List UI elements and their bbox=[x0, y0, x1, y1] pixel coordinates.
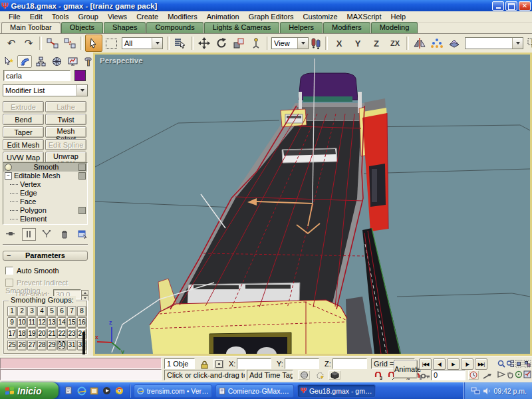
mirror-icon[interactable] bbox=[411, 35, 428, 52]
pan-icon[interactable] bbox=[505, 369, 514, 380]
hierarchy-tab-icon[interactable] bbox=[33, 55, 48, 68]
modifier-button[interactable]: UVW Map bbox=[3, 152, 44, 163]
menu-item[interactable]: Create bbox=[132, 12, 163, 21]
select-by-name-icon[interactable] bbox=[172, 35, 189, 52]
stack-item-editable-mesh[interactable]: − Editable Mesh bbox=[3, 172, 87, 180]
smoothing-group-button[interactable]: 31 bbox=[67, 340, 76, 350]
smoothing-group-button[interactable]: 30 bbox=[57, 340, 66, 350]
stack-item-smooth[interactable]: Smooth bbox=[3, 163, 87, 172]
toolbar-tab[interactable]: Modeling bbox=[371, 22, 418, 33]
smoothing-group-button[interactable]: 8 bbox=[77, 306, 86, 317]
dropdown-arrow-icon[interactable] bbox=[152, 38, 162, 49]
smoothing-group-button[interactable]: 5 bbox=[47, 306, 57, 317]
smoothing-group-button[interactable]: 19 bbox=[27, 329, 37, 339]
rotate-icon[interactable] bbox=[213, 35, 230, 52]
z-coordinate-field[interactable] bbox=[332, 358, 367, 369]
smoothing-group-button[interactable]: 15 bbox=[67, 317, 76, 328]
restrict-x-button[interactable]: X bbox=[330, 35, 348, 52]
menu-item[interactable]: Views bbox=[103, 12, 132, 21]
show-end-result-icon[interactable] bbox=[22, 228, 36, 241]
y-coordinate-field[interactable] bbox=[285, 358, 319, 369]
smoothing-group-button[interactable]: 3 bbox=[27, 306, 37, 317]
make-unique-icon[interactable] bbox=[40, 228, 54, 241]
crossing-selection-icon[interactable] bbox=[313, 370, 327, 382]
menu-item[interactable]: MAXScript bbox=[342, 12, 386, 21]
smoothing-group-button[interactable]: 22 bbox=[57, 329, 66, 339]
network-icon[interactable] bbox=[471, 387, 480, 395]
toolbar-tab[interactable]: Modifiers bbox=[323, 22, 370, 33]
modifier-button[interactable]: Edit Mesh bbox=[3, 139, 44, 150]
dropdown-arrow-icon[interactable] bbox=[297, 38, 308, 49]
configure-modifier-sets-icon[interactable] bbox=[75, 228, 89, 241]
smoothing-group-button[interactable]: 13 bbox=[47, 317, 57, 328]
menu-item[interactable]: Tools bbox=[47, 12, 74, 21]
smoothing-group-button[interactable]: 1 bbox=[7, 306, 17, 317]
toolbar-tab[interactable]: Main Toolbar bbox=[1, 22, 61, 33]
redo-icon[interactable]: ↷ bbox=[20, 35, 37, 52]
select-region-icon[interactable] bbox=[102, 35, 120, 52]
remove-modifier-icon[interactable] bbox=[57, 228, 71, 241]
checkbox-icon[interactable] bbox=[5, 267, 13, 275]
manipulate-icon[interactable] bbox=[247, 35, 265, 52]
outlook-icon[interactable] bbox=[89, 386, 99, 396]
menu-item[interactable]: Graph Editors bbox=[244, 12, 299, 21]
smoothing-group-button[interactable]: 7 bbox=[67, 306, 76, 317]
move-icon[interactable] bbox=[196, 35, 213, 52]
smoothing-group-button[interactable]: 9 bbox=[7, 317, 17, 328]
smoothing-group-button[interactable]: 29 bbox=[47, 340, 57, 350]
panel-scrollbar[interactable] bbox=[82, 332, 85, 354]
toolbar-tab[interactable]: Helpers bbox=[280, 22, 323, 33]
perspective-viewport[interactable]: z x y Perspective bbox=[93, 53, 532, 356]
array-icon[interactable] bbox=[428, 35, 446, 52]
object-name-input[interactable] bbox=[3, 70, 70, 81]
select-object-icon[interactable] bbox=[85, 35, 102, 52]
smoothing-group-button[interactable]: 4 bbox=[37, 306, 47, 317]
modifier-button[interactable]: Unwrap UVW bbox=[45, 152, 86, 163]
minimize-button[interactable] bbox=[492, 1, 504, 11]
smoothing-group-button[interactable]: 18 bbox=[17, 329, 27, 339]
link-icon[interactable] bbox=[44, 35, 61, 52]
zoom-all-icon[interactable] bbox=[505, 358, 514, 369]
menu-item[interactable]: Group bbox=[73, 12, 103, 21]
stack-gizmo-toggle[interactable] bbox=[78, 164, 86, 171]
toolbar-tab[interactable]: Lights & Cameras bbox=[204, 22, 279, 33]
smoothing-group-button[interactable]: 23 bbox=[67, 329, 76, 339]
stack-gizmo-toggle[interactable] bbox=[78, 172, 86, 180]
modifier-button[interactable]: Mesh Select bbox=[45, 126, 86, 138]
region-zoom-icon[interactable] bbox=[481, 370, 494, 381]
smoothing-group-button[interactable]: 27 bbox=[27, 340, 37, 350]
browser-ball-icon[interactable] bbox=[114, 386, 124, 396]
toolbar-tab[interactable]: Objects bbox=[61, 22, 103, 33]
smoothing-group-button[interactable]: 14 bbox=[57, 317, 66, 328]
smoothing-group-button[interactable]: 28 bbox=[37, 340, 47, 350]
named-selection-icon[interactable] bbox=[525, 35, 532, 52]
min-max-toggle-icon[interactable] bbox=[523, 369, 531, 380]
zoom-extents-all-icon[interactable] bbox=[523, 358, 531, 369]
auto-smooth-checkbox[interactable]: Auto Smooth bbox=[5, 267, 59, 275]
modifier-button[interactable]: Taper bbox=[3, 126, 44, 138]
playback-button[interactable]: ◀| bbox=[433, 358, 446, 370]
time-configuration-icon[interactable] bbox=[467, 370, 479, 380]
smoothing-group-button[interactable]: 11 bbox=[27, 317, 37, 328]
modifier-button[interactable]: Lathe bbox=[45, 101, 86, 112]
snapshot-icon[interactable] bbox=[446, 35, 463, 52]
key-mode-icon[interactable] bbox=[419, 370, 431, 381]
parameters-rollout-header[interactable]: − Parameters bbox=[3, 251, 88, 261]
motion-tab-icon[interactable] bbox=[49, 55, 64, 68]
stack-gizmo-toggle[interactable] bbox=[78, 207, 86, 214]
display-tab-icon[interactable] bbox=[65, 55, 80, 68]
arc-rotate-icon[interactable] bbox=[514, 369, 523, 380]
macro-recorder-field[interactable] bbox=[0, 358, 162, 369]
viewport-canvas[interactable]: z x y bbox=[95, 55, 530, 354]
dropdown-arrow-icon[interactable] bbox=[76, 85, 87, 96]
restrict-z-button[interactable]: Z bbox=[367, 35, 386, 52]
smoothing-group-button[interactable]: 20 bbox=[37, 329, 47, 339]
selection-filter-dropdown[interactable]: All bbox=[122, 37, 163, 49]
render-type-icon[interactable] bbox=[297, 370, 311, 380]
toolbar-tab[interactable]: Compounds bbox=[146, 22, 203, 33]
weight-icon[interactable] bbox=[309, 35, 323, 52]
selection-lock-icon[interactable] bbox=[198, 358, 211, 370]
smoothing-group-button[interactable]: 17 bbox=[7, 329, 17, 339]
pin-stack-icon[interactable] bbox=[4, 228, 18, 241]
smoothing-group-button[interactable]: 10 bbox=[17, 317, 27, 328]
